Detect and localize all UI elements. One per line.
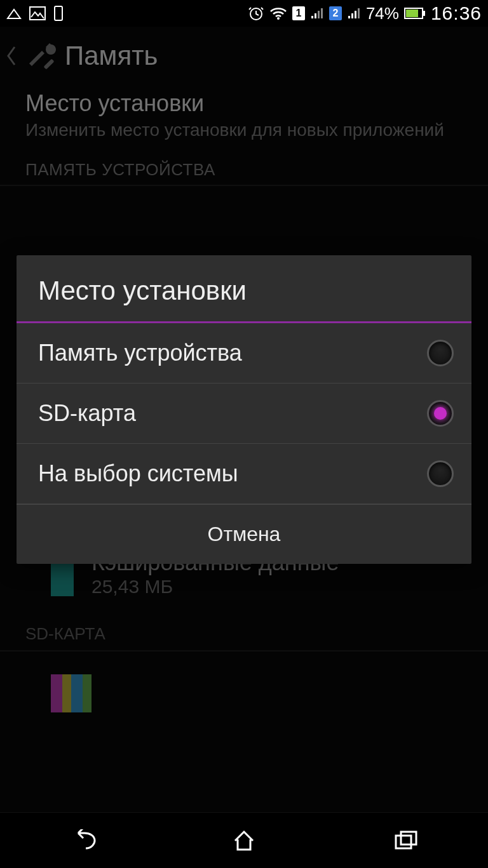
signal-activity-icon — [6, 7, 22, 20]
status-bar: 1 2 74% 16:36 — [0, 0, 488, 27]
dialog-footer: Отмена — [17, 504, 471, 564]
svg-rect-5 — [423, 11, 425, 16]
sim2-badge: 2 — [329, 6, 342, 20]
svg-rect-1 — [55, 6, 62, 20]
option-label: На выбор системы — [38, 460, 238, 487]
battery-icon — [404, 7, 426, 20]
signal-2-icon — [347, 7, 361, 20]
home-button[interactable] — [206, 822, 282, 860]
option-device-memory[interactable]: Память устройства — [17, 323, 471, 384]
status-right: 1 2 74% 16:36 — [248, 3, 482, 24]
option-system-choice[interactable]: На выбор системы — [17, 444, 471, 504]
device-icon — [53, 6, 64, 21]
status-clock: 16:36 — [431, 3, 482, 24]
option-sd-card[interactable]: SD-карта — [17, 384, 471, 444]
option-label: Память устройства — [38, 340, 242, 366]
recent-apps-button[interactable] — [369, 822, 445, 860]
alarm-icon — [248, 5, 264, 22]
svg-rect-6 — [406, 10, 418, 17]
battery-percent: 74% — [366, 4, 399, 23]
svg-rect-8 — [396, 836, 411, 848]
radio-icon — [427, 400, 454, 427]
signal-1-icon — [310, 7, 324, 20]
svg-point-3 — [277, 17, 280, 20]
radio-icon — [427, 460, 454, 487]
wifi-icon — [269, 6, 287, 20]
cancel-button[interactable]: Отмена — [17, 505, 471, 564]
dialog-title: Место установки — [17, 255, 471, 321]
navigation-bar — [0, 812, 488, 868]
back-button[interactable] — [43, 822, 119, 860]
svg-rect-9 — [401, 832, 416, 845]
status-left — [6, 6, 64, 21]
photo-icon — [29, 6, 46, 20]
sim1-badge: 1 — [292, 6, 305, 20]
radio-icon — [427, 340, 454, 366]
install-location-dialog: Место установки Память устройства SD-кар… — [17, 255, 471, 564]
option-label: SD-карта — [38, 400, 136, 427]
